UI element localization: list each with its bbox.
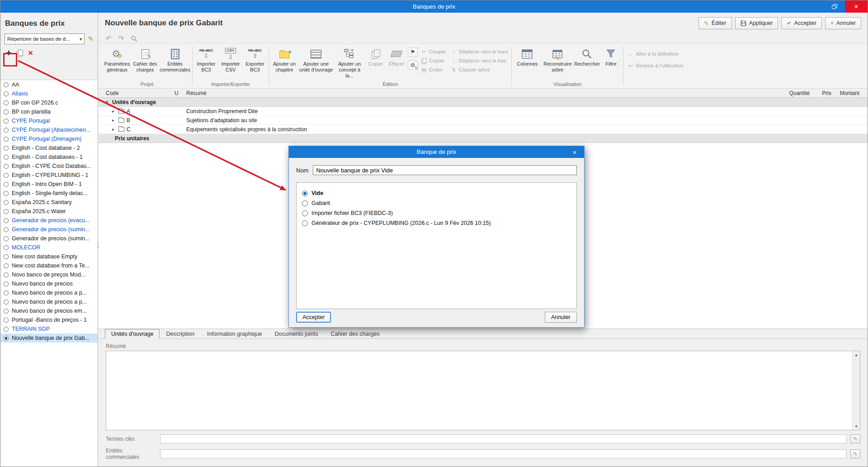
scroll-down-icon[interactable]: ▼ xyxy=(853,423,860,430)
detail-tab[interactable]: Documents joints xyxy=(269,329,325,338)
export-bc3-button[interactable]: FIE⇒BDC⇧ Exporter BC3 xyxy=(243,44,267,81)
redo-button[interactable]: ↷ xyxy=(118,35,124,42)
chevron-right-icon[interactable]: ▸ xyxy=(112,127,116,132)
rebuild-tree-button[interactable]: ✎ Reconstruire arbre xyxy=(541,44,574,81)
columns-button[interactable]: Colonnes xyxy=(513,44,541,81)
move-up-button[interactable]: ↑Déplacer vers le haut xyxy=(451,48,508,55)
sort-tree-button[interactable]: ⇅Classer arbre xyxy=(451,66,508,73)
expand-icon[interactable]: ▾ xyxy=(106,100,110,105)
creation-mode-radio[interactable]: Gabarit xyxy=(302,198,571,208)
bank-list-item[interactable]: CYPE Portugal xyxy=(0,116,98,125)
close-window-button[interactable]: × xyxy=(845,0,868,13)
edit-entities-button[interactable]: ✎ xyxy=(850,449,860,458)
add-bank-button[interactable]: + xyxy=(6,49,11,57)
bank-list-item[interactable]: English - Single-family detac... xyxy=(0,189,98,198)
column-u[interactable]: U xyxy=(175,90,186,96)
cut-button[interactable]: ✂Couper xyxy=(421,48,446,55)
group-row-prix-unitaires[interactable]: Prix unitaires xyxy=(99,134,868,143)
go-to-definition-button[interactable]: →Aller à la définition xyxy=(627,50,683,57)
restore-window-button[interactable] xyxy=(824,0,845,13)
resume-scrollbar[interactable]: ▲ ▼ xyxy=(852,351,860,430)
copy-button[interactable]: Copier xyxy=(421,57,446,64)
table-row[interactable]: ▸ A Construction Proprement Dite xyxy=(99,107,868,116)
scroll-up-icon[interactable]: ▲ xyxy=(853,351,860,358)
parametric-gear-button[interactable]: ⚙↻ xyxy=(408,61,418,70)
bank-list-item[interactable]: CYPE Portugal (Abastecimen... xyxy=(0,125,98,134)
table-row[interactable]: ▸ C Equipements spécialisés propres à la… xyxy=(99,125,868,134)
bank-list-item[interactable]: España 2025.c Sanitary xyxy=(0,198,98,207)
edit-repository-button[interactable]: ✎ xyxy=(88,35,94,43)
edit-button[interactable]: ✎ Éditer xyxy=(698,17,732,29)
bank-list-item[interactable]: Generador de precios (sumin... xyxy=(0,234,98,243)
detail-tab[interactable]: Description xyxy=(160,329,201,338)
copy-bank-button[interactable] xyxy=(17,50,23,57)
resume-textarea[interactable]: ▲ ▼ xyxy=(106,351,860,430)
detail-tab[interactable]: Unités d'ouvrage xyxy=(105,329,160,339)
group-row-unites-ouvrage[interactable]: ▾Unités d'ouvrage xyxy=(99,98,868,107)
column-resume[interactable]: Résumé xyxy=(186,90,767,96)
filter-button[interactable]: Filtre xyxy=(600,44,622,81)
bank-list-item[interactable]: CYPE Portugal (Drenagem) xyxy=(0,134,98,143)
keywords-input[interactable] xyxy=(160,434,847,443)
repository-dropdown[interactable]: Répertoire de bases de d... ▾ xyxy=(5,33,85,44)
import-csv-button[interactable]: CSV⇩ Importer CSV xyxy=(218,44,243,81)
column-prix[interactable]: Prix xyxy=(810,90,831,96)
window-titlebar[interactable]: Banques de prix × xyxy=(0,0,868,13)
add-chapter-button[interactable]: + Ajouter un chapitre xyxy=(270,44,298,81)
detail-tab[interactable]: Information graphique xyxy=(201,329,269,338)
column-code[interactable]: Code xyxy=(106,90,175,96)
entities-input[interactable] xyxy=(160,449,847,458)
bank-list-item[interactable]: Aliaxis xyxy=(0,89,98,98)
bank-list-item[interactable]: Nuevo banco de precios em... xyxy=(0,306,98,315)
undo-button[interactable]: ↶ xyxy=(106,35,112,42)
bank-list-item[interactable]: Portugal -Banco de preços - 1 xyxy=(0,315,98,324)
chevron-right-icon[interactable]: ▸ xyxy=(112,109,116,114)
panel-splitter-handle[interactable] xyxy=(96,238,99,253)
bank-list-item[interactable]: MOLECOR xyxy=(0,243,98,252)
bank-list-item[interactable]: Nuevo banco de precios a p... xyxy=(0,297,98,306)
bank-list-item[interactable]: English - Cost database - 2 xyxy=(0,143,98,152)
paste-button[interactable]: ▤Coller xyxy=(421,66,446,73)
dialog-titlebar[interactable]: Banque de prix × xyxy=(289,146,584,158)
column-quantite[interactable]: Quantité xyxy=(767,90,810,96)
bank-list-item[interactable]: BP con plantilla xyxy=(0,107,98,116)
search-button[interactable]: Rechercher xyxy=(574,44,600,81)
move-down-button[interactable]: ↓Déplacer vers le bas xyxy=(451,57,508,64)
bank-list-item[interactable]: New cost database from a Te... xyxy=(0,261,98,270)
bank-list-item[interactable]: Generador de precios (sumin... xyxy=(0,225,98,234)
import-bc3-button[interactable]: FIE⇒BDC⇩ Importer BC3 xyxy=(194,44,218,81)
parametric-flag-button[interactable]: ⚑ xyxy=(408,48,418,57)
zoom-search-button[interactable] xyxy=(131,35,137,42)
creation-mode-radio[interactable]: Générateur de prix - CYPEPLUMBING (2026.… xyxy=(302,218,571,228)
erase-concept-button[interactable]: Effacer xyxy=(386,44,407,81)
bank-list-item[interactable]: English - Intro Open BIM - 1 xyxy=(0,180,98,189)
dialog-close-button[interactable]: × xyxy=(565,146,584,158)
edit-keywords-button[interactable]: ✎ xyxy=(850,434,860,443)
bank-list-item[interactable]: English - Cost databases - 1 xyxy=(0,152,98,162)
bank-list-item[interactable]: TERRAIN SDP xyxy=(0,324,98,334)
detail-tab[interactable]: Cahier des charges xyxy=(324,329,386,338)
add-work-unit-button[interactable]: Ajouter une unité d'ouvrage xyxy=(298,44,334,81)
copy-concept-button[interactable]: Copier xyxy=(365,44,386,81)
bank-list-item[interactable]: New cost database Empty xyxy=(0,252,98,261)
bank-list-item[interactable]: Nuevo banco de precios xyxy=(0,279,98,288)
general-parameters-button[interactable]: ⚙⚙ Paramètres généraux xyxy=(103,44,131,81)
apply-button[interactable]: Appliquer xyxy=(735,17,778,29)
specifications-button[interactable]: ✎ Cahier des charges xyxy=(131,44,159,81)
bank-list-item[interactable]: España 2025.c Water xyxy=(0,207,98,216)
bank-list-item[interactable]: Nuevo banco de precios a p... xyxy=(0,288,98,297)
chevron-right-icon[interactable]: ▸ xyxy=(112,118,116,123)
bank-list-item[interactable]: AA xyxy=(0,80,98,89)
bank-list-item[interactable]: English - CYPEPLUMBING - 1 xyxy=(0,171,98,180)
bank-list-item[interactable]: Novo banco de preços Mod... xyxy=(0,270,98,279)
bank-list-item[interactable]: English - CYPE Cost Databas... xyxy=(0,162,98,171)
dialog-cancel-button[interactable]: Annuler xyxy=(545,312,577,323)
add-concept-button[interactable]: Ajouter un concept à la... xyxy=(334,44,365,81)
bank-list-item[interactable]: Generador de precios (evacu... xyxy=(0,216,98,225)
cancel-button[interactable]: × Annuler xyxy=(825,17,861,29)
bank-name-input[interactable] xyxy=(313,165,577,175)
creation-mode-radio[interactable]: Vide xyxy=(302,188,571,198)
dialog-accept-button[interactable]: Accepter xyxy=(296,312,331,323)
column-montant[interactable]: Montant xyxy=(831,90,859,96)
delete-bank-button[interactable]: × xyxy=(28,50,33,56)
